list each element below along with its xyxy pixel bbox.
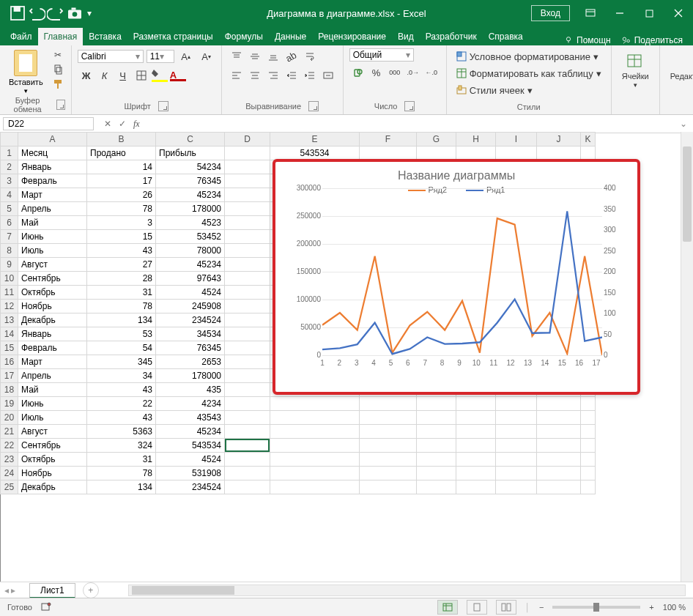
cell[interactable] <box>456 467 496 480</box>
col-header[interactable]: G <box>417 133 456 146</box>
cell[interactable] <box>496 146 537 160</box>
cell[interactable] <box>581 480 596 494</box>
row-header[interactable]: 5 <box>1 202 18 216</box>
cell[interactable] <box>496 467 537 480</box>
row-header[interactable]: 17 <box>1 369 18 383</box>
cell[interactable]: 5363 <box>87 425 156 439</box>
cell[interactable]: 78 <box>87 300 156 313</box>
cell[interactable] <box>360 467 417 480</box>
cell[interactable] <box>581 397 596 411</box>
align-middle-icon[interactable] <box>246 48 264 64</box>
hscroll-thumb[interactable] <box>132 586 234 595</box>
paste-button[interactable]: Вставить ▼ <box>6 48 46 96</box>
cell[interactable] <box>496 453 537 467</box>
cell[interactable] <box>537 453 581 467</box>
align-bottom-icon[interactable] <box>264 48 282 64</box>
cell[interactable] <box>270 411 360 425</box>
cell[interactable]: Ноябрь <box>18 300 87 313</box>
col-header[interactable]: A <box>18 133 87 146</box>
cell[interactable] <box>225 425 270 439</box>
cell[interactable] <box>417 467 456 480</box>
cell[interactable]: 53 <box>87 327 156 341</box>
row-header[interactable]: 2 <box>1 160 18 174</box>
cell[interactable] <box>225 146 270 160</box>
cell[interactable] <box>225 369 270 383</box>
increase-indent-icon[interactable] <box>301 67 319 84</box>
tell-me-icon[interactable]: Помощн <box>563 35 611 45</box>
cell[interactable]: Сентябрь <box>18 272 87 286</box>
row-header[interactable]: 14 <box>1 327 18 341</box>
cell[interactable]: Сентябрь <box>18 439 87 453</box>
decrease-font-icon[interactable]: A▾ <box>198 48 215 64</box>
cell[interactable] <box>496 439 537 453</box>
cell[interactable] <box>537 480 581 494</box>
cell[interactable]: Июнь <box>18 230 87 244</box>
cell[interactable] <box>496 480 537 494</box>
row-header[interactable]: 13 <box>1 313 18 327</box>
cell[interactable]: Январь <box>18 327 87 341</box>
zoom-in-icon[interactable]: + <box>649 603 653 612</box>
cell[interactable]: Июль <box>18 411 87 425</box>
cell[interactable] <box>417 146 456 160</box>
row-header[interactable]: 23 <box>1 453 18 467</box>
font-color-icon[interactable]: А <box>169 67 187 84</box>
cell[interactable]: 76345 <box>156 174 225 188</box>
fill-color-icon[interactable] <box>151 67 168 84</box>
cell[interactable] <box>225 230 270 244</box>
align-top-icon[interactable] <box>228 48 245 64</box>
cell[interactable]: Апрель <box>18 202 87 216</box>
cell[interactable]: 26 <box>87 188 156 202</box>
cell[interactable]: 31 <box>87 286 156 300</box>
col-header[interactable]: H <box>456 133 496 146</box>
cell[interactable] <box>360 425 417 439</box>
zoom-level[interactable]: 100 % <box>663 603 686 612</box>
cell[interactable]: 245908 <box>156 300 225 313</box>
number-format-select[interactable]: Общий▾ <box>349 48 414 62</box>
cell[interactable]: 43 <box>87 411 156 425</box>
decrease-indent-icon[interactable] <box>283 67 300 84</box>
col-header[interactable]: E <box>270 133 360 146</box>
ribbon-display-icon[interactable] <box>576 0 605 26</box>
cell[interactable] <box>537 425 581 439</box>
percent-format-icon[interactable]: % <box>368 64 385 81</box>
cell[interactable] <box>537 411 581 425</box>
cell[interactable] <box>270 480 360 494</box>
cell[interactable] <box>456 411 496 425</box>
row-header[interactable]: 21 <box>1 425 18 439</box>
align-left-icon[interactable] <box>228 67 245 84</box>
cell[interactable] <box>496 425 537 439</box>
page-break-view-icon[interactable] <box>496 600 516 615</box>
cell[interactable]: Октябрь <box>18 286 87 300</box>
cell[interactable] <box>581 467 596 480</box>
cell[interactable] <box>496 397 537 411</box>
cell[interactable] <box>225 300 270 313</box>
increase-decimal-icon[interactable]: .0→ <box>404 64 422 81</box>
cell[interactable] <box>417 397 456 411</box>
cell[interactable] <box>417 411 456 425</box>
cell[interactable] <box>581 411 596 425</box>
vertical-scrollbar[interactable] <box>681 132 693 582</box>
cancel-formula-icon[interactable]: ✕ <box>104 119 111 129</box>
cell[interactable]: Октябрь <box>18 453 87 467</box>
cell[interactable]: Август <box>18 425 87 439</box>
cell[interactable]: 43 <box>87 383 156 397</box>
row-header[interactable]: 1 <box>1 146 18 160</box>
tab-формулы[interactable]: Формулы <box>219 28 269 45</box>
cell[interactable]: 15 <box>87 230 156 244</box>
expand-formula-bar-icon[interactable]: ⌄ <box>674 119 693 129</box>
decrease-decimal-icon[interactable]: ←.0 <box>423 64 440 81</box>
editing-button[interactable]: Редактирование▼ <box>666 48 693 92</box>
comma-format-icon[interactable]: 000 <box>386 64 404 81</box>
cell[interactable]: 34 <box>87 369 156 383</box>
cell[interactable]: 345 <box>87 355 156 369</box>
name-box[interactable] <box>3 117 94 130</box>
cell[interactable] <box>456 439 496 453</box>
tab-файл[interactable]: Файл <box>4 28 38 45</box>
align-center-icon[interactable] <box>246 67 264 84</box>
save-icon[interactable] <box>9 4 26 22</box>
cell[interactable] <box>225 202 270 216</box>
cell-styles-button[interactable]: Стили ячеек ▾ <box>453 82 536 98</box>
cell[interactable]: 76345 <box>156 341 225 355</box>
cell[interactable]: 14 <box>87 160 156 174</box>
cell[interactable] <box>225 397 270 411</box>
